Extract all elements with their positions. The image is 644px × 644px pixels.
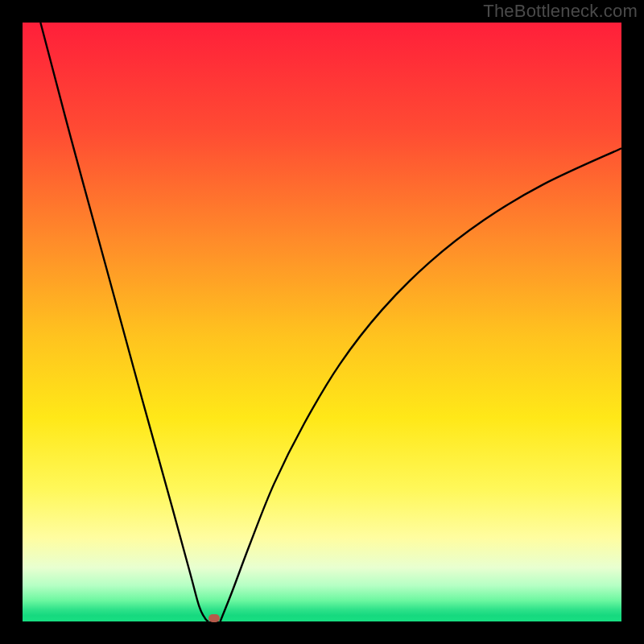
bottleneck-curve <box>23 23 621 621</box>
curve-left-branch <box>40 23 208 621</box>
optimal-marker <box>208 614 220 622</box>
chart-frame: TheBottleneck.com <box>0 0 644 644</box>
plot-area <box>23 23 621 621</box>
watermark-text: TheBottleneck.com <box>483 1 638 22</box>
curve-right-branch <box>221 148 621 621</box>
